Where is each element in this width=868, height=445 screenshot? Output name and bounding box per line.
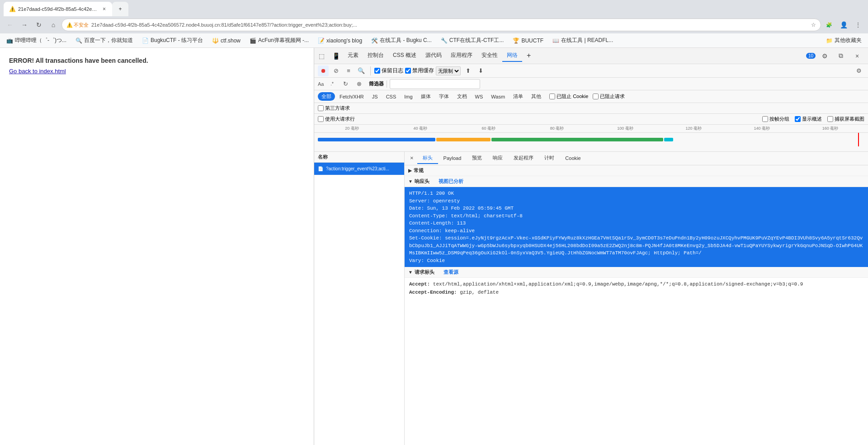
bookmark-ctfshow[interactable]: 🔱 ctf.show (209, 37, 243, 45)
bookmark-ctf-tool[interactable]: 🔧 CTF在线工具-CTF工... (438, 36, 507, 45)
response-headers-section-header[interactable]: ▼ 响应头 视图已分析 (405, 176, 868, 187)
detail-tab-preview[interactable]: 预览 (467, 153, 487, 164)
bookmark-online-tool[interactable]: 🛠️ 在线工具 - Bugku C... (368, 36, 434, 45)
devtools-tab-elements[interactable]: 元素 (343, 50, 363, 62)
new-tab-button[interactable]: + (112, 2, 128, 16)
bookmark-star-icon[interactable]: ☆ (811, 22, 816, 28)
regex-button[interactable]: .* (326, 79, 337, 89)
filter-img[interactable]: Img (401, 93, 416, 100)
blocked-cookie-checkbox[interactable] (549, 94, 555, 99)
filter-css[interactable]: CSS (382, 93, 400, 100)
active-tab[interactable]: ⚠️ 21e7daad-c59d-4f2b-85a5-4c42ea506572.… (4, 2, 112, 16)
filter-wasm[interactable]: Wasm (487, 93, 509, 100)
devtools-tab-security[interactable]: 安全性 (477, 50, 502, 62)
filter-doc[interactable]: 文档 (453, 92, 471, 101)
menu-button[interactable]: ⋮ (852, 19, 864, 31)
filter-js[interactable]: JS (368, 93, 382, 100)
blocked-cookie-label[interactable]: 已阻止 Cookie (549, 93, 588, 100)
filter-other[interactable]: 其他 (528, 92, 545, 101)
request-headers-section-header[interactable]: ▼ 请求标头 查看源 (405, 267, 868, 278)
filter-ws[interactable]: WS (472, 93, 487, 100)
detail-tab-cookie[interactable]: Cookie (560, 154, 586, 164)
view-source-link[interactable]: 查看源 (443, 269, 458, 276)
show-overview-checkbox[interactable] (795, 116, 801, 122)
network-settings-icon[interactable]: ⚙ (854, 66, 864, 76)
request-list: 名称 📄 ?action:trigger_event%23;acti... (314, 152, 405, 445)
devtools-tab-css[interactable]: CSS 概述 (388, 50, 421, 62)
devtools-tab-sources[interactable]: 源代码 (421, 50, 446, 62)
stop-button[interactable]: ⊘ (330, 66, 341, 76)
back-link[interactable]: Go back to index.html (9, 68, 66, 75)
disable-cache-label[interactable]: 禁用缓存 (405, 67, 434, 75)
detail-tab-response[interactable]: 响应 (487, 153, 508, 164)
third-party-checkbox[interactable] (318, 105, 324, 111)
devtools-tab-console[interactable]: 控制台 (363, 50, 388, 62)
import-icon[interactable]: ⬆ (462, 66, 473, 76)
blocked-request-label[interactable]: 已阻止请求 (593, 93, 625, 100)
refresh-button[interactable]: ↻ (340, 79, 351, 89)
devtools-tab-bar: ⬚ 📱 元素 控制台 CSS 概述 源代码 应用程序 安全性 网络 + 10 ⚙… (314, 48, 868, 64)
analysis-link[interactable]: 视图已分析 (439, 178, 463, 185)
devtools-tab-application[interactable]: 应用程序 (446, 50, 477, 62)
throttle-select[interactable]: 无限制 (436, 66, 461, 75)
large-rows-label[interactable]: 使用大请求行 (318, 116, 355, 122)
forward-button[interactable]: → (18, 19, 31, 31)
disable-cache-checkbox[interactable] (405, 68, 411, 74)
record-button[interactable]: ⏺ (318, 66, 329, 76)
devtools-tab-network[interactable]: 网络 (502, 50, 522, 62)
filter-media[interactable]: 媒体 (417, 92, 434, 101)
third-party-label[interactable]: 第三方请求 (318, 105, 350, 112)
tab-title: 21e7daad-c59d-4f2b-85a5-4c42ea506572... (18, 6, 99, 12)
filter-input[interactable] (390, 79, 480, 89)
devtools-inspect-icon[interactable]: ⬚ (314, 49, 329, 63)
timeline-bar-receive (664, 138, 673, 141)
main-area: ERROR! All transactions have been cancel… (0, 48, 868, 445)
detail-tab-headers[interactable]: 标头 (417, 153, 438, 164)
bookmark-readfl[interactable]: 📖 在线工具 | READFL... (550, 36, 616, 45)
profile-button[interactable]: 👤 (837, 19, 850, 31)
back-button[interactable]: ← (4, 19, 16, 31)
request-item[interactable]: 📄 ?action:trigger_event%23;acti... (314, 163, 404, 175)
bookmark-acfun[interactable]: 🎬 AcFun弹幕视频网 -... (247, 36, 311, 45)
large-rows-checkbox[interactable] (318, 116, 324, 122)
devtools-settings-icon[interactable]: ⚙ (817, 49, 832, 63)
capture-screenshot-checkbox[interactable] (827, 116, 833, 122)
clear-button[interactable]: ≡ (343, 66, 354, 76)
bookmark-bugku[interactable]: 📄 BugkuCTF - 练习平台 (139, 36, 206, 45)
bookmark-buuctf[interactable]: 🏆 BUUCTF (510, 37, 546, 45)
preserve-log-checkbox[interactable] (374, 68, 380, 74)
devtools-tab-more[interactable]: + (522, 50, 535, 62)
detail-tab-initiator[interactable]: 发起程序 (508, 153, 539, 164)
blocked-request-checkbox[interactable] (593, 94, 599, 99)
group-frames-checkbox[interactable] (762, 116, 768, 122)
extensions-button[interactable]: 🧩 (823, 19, 835, 31)
show-overview-label[interactable]: 显示概述 (795, 116, 822, 122)
group-frames-label[interactable]: 按帧分组 (762, 116, 789, 122)
detail-tab-timing[interactable]: 计时 (539, 153, 560, 164)
bookmark-xiaolong[interactable]: 📝 xiaolong's blog (315, 37, 365, 45)
preserve-log-label[interactable]: 保留日志 (374, 67, 403, 75)
filter-all[interactable]: 全部 (318, 92, 335, 101)
block-button[interactable]: ⊗ (354, 79, 364, 89)
detail-close-button[interactable]: × (406, 153, 417, 164)
devtools-close-icon[interactable]: × (850, 49, 864, 63)
search-network-button[interactable]: 🔍 (356, 66, 367, 76)
capture-screenshot-label[interactable]: 捕获屏幕截图 (827, 116, 864, 122)
home-button[interactable]: ⌂ (47, 19, 60, 31)
devtools-device-icon[interactable]: 📱 (329, 49, 343, 63)
detail-tab-payload[interactable]: Payload (438, 154, 467, 164)
filter-font[interactable]: 字体 (435, 92, 453, 101)
filter-manifest[interactable]: 清单 (509, 92, 527, 101)
export-icon[interactable]: ⬇ (475, 66, 486, 76)
filter-fetch[interactable]: Fetch/XHR (336, 93, 368, 100)
general-section-header[interactable]: ▶ 常规 (405, 165, 868, 176)
response-line-3: Date: Sun, 13 Feb 2022 05:59:45 GMT (409, 205, 863, 212)
close-tab-button[interactable]: × (102, 5, 107, 13)
bookmark-baidu[interactable]: 🔍 百度一下，你就知道 (73, 36, 136, 45)
ruler-mark-140: 140 毫秒 (728, 126, 796, 131)
devtools-dock-icon[interactable]: ⧉ (834, 49, 848, 63)
bookmark-bilibili[interactable]: 📺 哔哩哔哩（゜-゜)つ... (4, 36, 69, 45)
address-bar[interactable]: ⚠️ 不安全 21e7daad-c59d-4f2b-85a5-4c42ea506… (61, 19, 821, 31)
bookmark-other-folder[interactable]: 📁 其他收藏夹 (823, 36, 864, 45)
reload-button[interactable]: ↻ (33, 19, 45, 31)
